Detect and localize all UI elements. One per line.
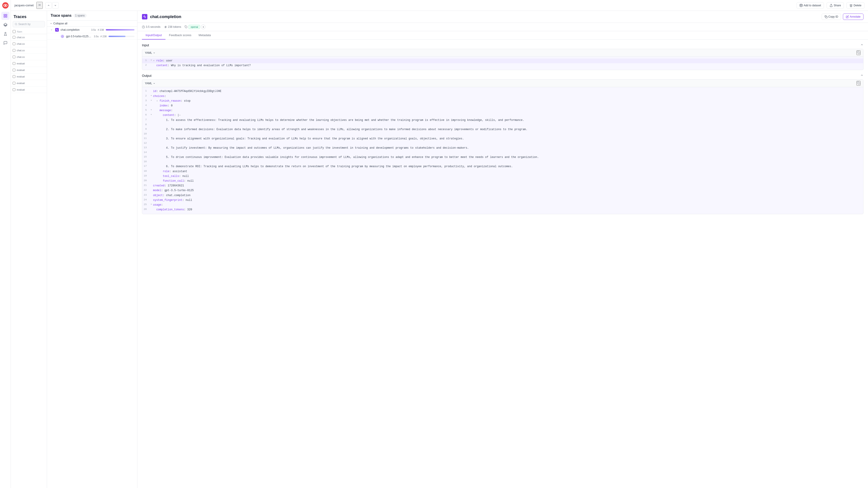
code-line: 20 function_call: null: [142, 179, 863, 184]
tab-input-output[interactable]: Input/Output: [142, 31, 165, 39]
tag-icon: [185, 26, 188, 29]
code-line: 1 id: chatcmpl-AH7SfFAqdSKlY14cbkgyIDDgt…: [142, 89, 863, 94]
input-copy-button[interactable]: [857, 51, 861, 55]
trace-checkbox[interactable]: [13, 49, 16, 52]
input-code-content: 1 ▾ - role: user 2 content: Why is track…: [142, 57, 863, 70]
output-title: Output: [142, 74, 151, 77]
nav-down-button[interactable]: [52, 2, 59, 8]
add-to-dataset-button[interactable]: Add to dataset: [797, 2, 824, 8]
code-line: 23 object: chat.completion: [142, 193, 863, 198]
copy-id-button[interactable]: Copy ID: [822, 13, 841, 20]
annotate-button[interactable]: Annotate: [843, 13, 864, 20]
code-line: 16: [142, 160, 863, 164]
spans-count: 1 spans: [73, 13, 87, 18]
svg-rect-22: [858, 52, 860, 54]
trace-checkbox[interactable]: [13, 88, 16, 91]
span-bar-container: [106, 29, 134, 31]
span-row-child[interactable]: gpt-3.5-turbo-0125_chat.completio... 3.5…: [47, 33, 137, 40]
add-to-dataset-label: Add to dataset: [804, 4, 821, 7]
share-button[interactable]: Share: [827, 2, 844, 8]
svg-rect-3: [4, 14, 5, 15]
list-item[interactable]: evaluat: [11, 80, 47, 87]
output-format-label: YAML: [145, 82, 152, 85]
tab-feedback-scores-label: Feedback scores: [169, 33, 191, 37]
spans-header: Trace spans 1 spans: [47, 11, 137, 21]
trace-checkbox[interactable]: [13, 56, 16, 58]
code-line: 2 content: Why is tracking and evaluatio…: [142, 63, 863, 68]
collapse-all-button[interactable]: Collapse all: [47, 21, 137, 27]
list-item[interactable]: evaluat: [11, 87, 47, 93]
nav-up-button[interactable]: [45, 2, 52, 8]
output-format-badge[interactable]: YAML: [145, 82, 155, 85]
trace-checkbox[interactable]: [13, 36, 16, 39]
sidebar-icon-layers[interactable]: [1, 21, 9, 29]
detail-content: Input YAML: [137, 39, 868, 488]
spans-panel: Trace spans 1 spans Collapse all: [47, 11, 137, 488]
delete-button[interactable]: Delete: [846, 2, 864, 8]
list-item[interactable]: evaluat: [11, 60, 47, 67]
span-child-bar: [108, 36, 125, 37]
tab-metadata-label: Metadata: [199, 33, 211, 37]
output-copy-button[interactable]: [857, 81, 861, 86]
svg-rect-6: [6, 16, 7, 18]
tab-feedback-scores[interactable]: Feedback scores: [165, 31, 195, 39]
tab-metadata[interactable]: Metadata: [195, 31, 215, 39]
input-format-label: YAML: [145, 51, 152, 55]
spans-title: Trace spans: [51, 13, 72, 18]
input-title: Input: [142, 43, 149, 47]
svg-rect-5: [4, 16, 5, 18]
svg-rect-15: [826, 16, 827, 18]
nav-arrows: [45, 2, 59, 8]
svg-point-8: [800, 4, 802, 5]
trace-checkbox[interactable]: [13, 42, 16, 45]
traces-panel-title: Traces: [11, 11, 47, 21]
annotate-icon: [846, 15, 849, 18]
input-format-badge[interactable]: YAML: [145, 51, 155, 55]
trace-checkbox[interactable]: [13, 75, 16, 78]
tag-add-button[interactable]: +: [201, 25, 206, 29]
sidebar-icon-comment[interactable]: [1, 39, 9, 47]
code-line: 4 index: 0: [142, 103, 863, 108]
code-line: 21 created: 1728643621: [142, 184, 863, 188]
list-item[interactable]: chat.co: [11, 54, 47, 60]
detail-title: chat.completion: [150, 14, 819, 19]
code-line: 17 6. To demonstrate ROI: Tracking and e…: [142, 164, 863, 169]
trace-checkbox[interactable]: [13, 69, 16, 71]
span-expand-icon[interactable]: [50, 28, 53, 32]
code-line: 12: [142, 141, 863, 146]
copy-icon: [825, 15, 828, 18]
sidebar-icon-flask[interactable]: [1, 30, 9, 38]
list-item[interactable]: evaluat: [11, 67, 47, 73]
delete-label: Delete: [854, 4, 862, 7]
span-name: chat.completion: [61, 28, 89, 31]
trace-checkbox[interactable]: [13, 82, 16, 85]
input-section-header: Input: [142, 43, 864, 47]
search-bar[interactable]: Search by: [13, 21, 45, 27]
tag-badge: openai: [188, 25, 200, 29]
input-toggle[interactable]: [860, 43, 864, 47]
list-item[interactable]: chat.co: [11, 34, 47, 41]
copy-code-icon: [857, 51, 860, 54]
list-item[interactable]: evaluat: [11, 73, 47, 80]
span-tokens: # 238: [98, 29, 104, 31]
span-row-main[interactable]: chat.completion 3.5s # 238: [47, 27, 137, 33]
svg-point-10: [15, 23, 17, 25]
tokens-value: 238 tokens: [168, 25, 181, 29]
code-line: 9 2. To make informed decisions: Evaluat…: [142, 127, 863, 132]
code-line: 13 4. To justify investment: By measurin…: [142, 146, 863, 151]
table-header: Nam: [11, 29, 47, 34]
trace-name: evaluat: [17, 75, 25, 78]
code-line: 19 tool_calls: null: [142, 174, 863, 179]
trace-checkbox[interactable]: [13, 62, 16, 65]
top-bar: jacques-comet: [11, 0, 868, 11]
list-item[interactable]: chat.co: [11, 47, 47, 54]
select-all-checkbox[interactable]: [13, 30, 16, 33]
output-toggle[interactable]: [860, 74, 864, 77]
detail-tabs: Input/Output Feedback scores Metadata: [137, 31, 868, 39]
traces-panel: Traces Search by Nam chat.co chat.co cha…: [11, 11, 47, 488]
output-section-header: Output: [142, 74, 864, 77]
svg-point-2: [5, 5, 6, 6]
list-item[interactable]: chat.co: [11, 41, 47, 47]
sidebar-icon-grid[interactable]: [1, 12, 9, 20]
expand-button[interactable]: [36, 2, 43, 9]
